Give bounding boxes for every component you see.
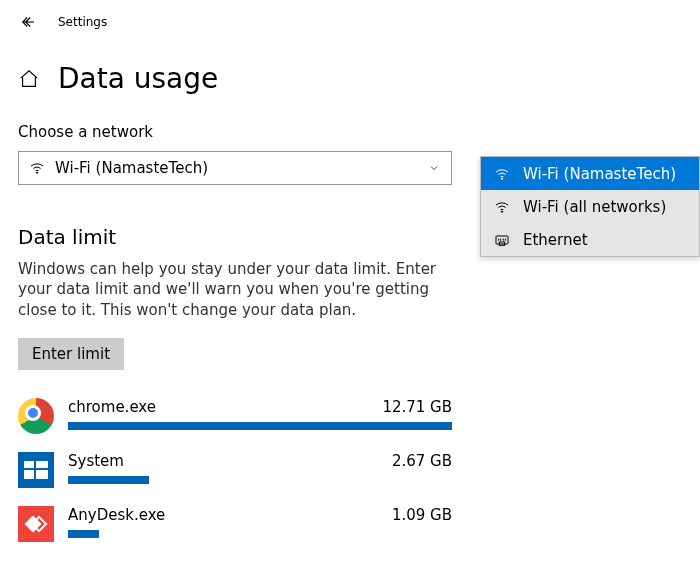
network-option-wifi-all[interactable]: Wi-Fi (all networks) (481, 190, 699, 223)
network-option-wifi-namastetech[interactable]: Wi-Fi (NamasteTech) (481, 157, 699, 190)
app-usage-list: chrome.exe 12.71 GB System 2.67 GB (18, 398, 452, 542)
network-dropdown-popup: Wi-Fi (NamasteTech) Wi-Fi (all networks)… (480, 156, 700, 257)
network-label: Choose a network (18, 123, 452, 141)
svg-point-2 (501, 178, 502, 179)
usage-bar (68, 422, 452, 430)
data-limit-description: Windows can help you stay under your dat… (18, 259, 452, 320)
back-button[interactable] (18, 12, 38, 32)
anydesk-icon (18, 506, 54, 542)
window-title: Settings (58, 15, 107, 29)
app-usage-row: chrome.exe 12.71 GB (18, 398, 452, 434)
usage-bar (68, 530, 452, 538)
system-icon (18, 452, 54, 488)
network-combobox[interactable]: Wi-Fi (NamasteTech) (18, 151, 452, 185)
chrome-icon (18, 398, 54, 434)
wifi-icon (29, 160, 47, 176)
wifi-icon (493, 199, 511, 215)
wifi-icon (493, 166, 511, 182)
back-arrow-icon (19, 13, 37, 31)
network-option-label: Ethernet (523, 231, 588, 249)
data-limit-heading: Data limit (18, 225, 452, 249)
app-usage-row: System 2.67 GB (18, 452, 452, 488)
enter-limit-button[interactable]: Enter limit (18, 338, 124, 370)
app-name: AnyDesk.exe (68, 506, 165, 524)
app-usage-row: AnyDesk.exe 1.09 GB (18, 506, 452, 542)
page-title: Data usage (58, 62, 218, 95)
usage-bar (68, 476, 452, 484)
svg-rect-4 (496, 236, 508, 244)
svg-point-3 (501, 211, 502, 212)
app-name: System (68, 452, 124, 470)
svg-point-1 (36, 172, 37, 173)
network-option-ethernet[interactable]: Ethernet (481, 223, 699, 256)
ethernet-icon (493, 232, 511, 248)
network-option-label: Wi-Fi (NamasteTech) (523, 165, 676, 183)
home-icon[interactable] (18, 68, 40, 90)
app-size: 12.71 GB (382, 398, 452, 416)
network-option-label: Wi-Fi (all networks) (523, 198, 666, 216)
network-combobox-value: Wi-Fi (NamasteTech) (55, 159, 427, 177)
app-size: 1.09 GB (392, 506, 452, 524)
app-size: 2.67 GB (392, 452, 452, 470)
chevron-down-icon (427, 162, 441, 174)
app-name: chrome.exe (68, 398, 156, 416)
